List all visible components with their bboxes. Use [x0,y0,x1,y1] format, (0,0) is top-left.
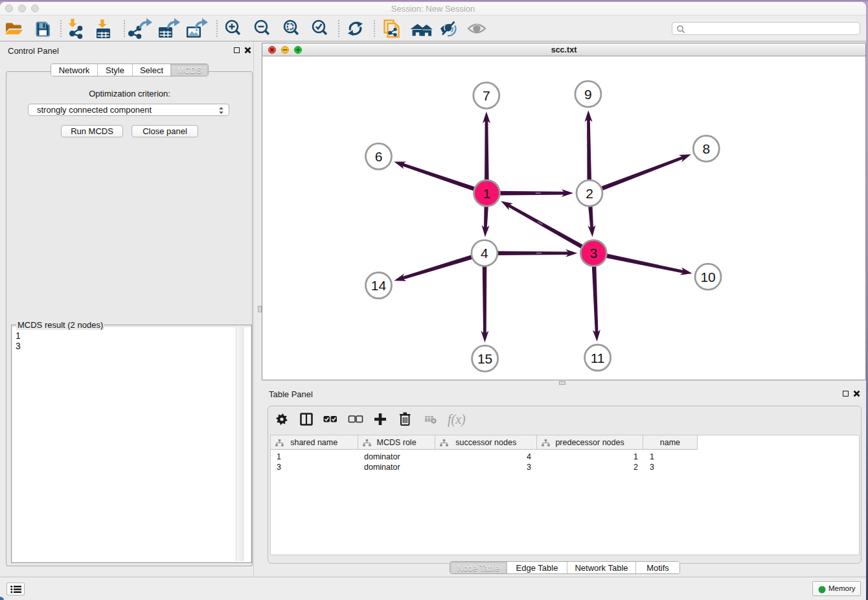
svg-text:1: 1 [483,186,491,201]
svg-text:15: 15 [477,351,492,366]
svg-text:f(x): f(x) [448,412,466,427]
svg-text:10: 10 [700,270,715,284]
svg-text:3: 3 [589,246,597,260]
svg-text:14: 14 [371,278,387,293]
svg-text:2: 2 [586,186,593,201]
svg-text:9: 9 [584,87,592,102]
svg-text:11: 11 [591,351,605,365]
svg-text:7: 7 [483,88,490,103]
svg-text:4: 4 [481,246,488,260]
svg-text:6: 6 [375,149,383,164]
svg-text:8: 8 [702,141,710,156]
